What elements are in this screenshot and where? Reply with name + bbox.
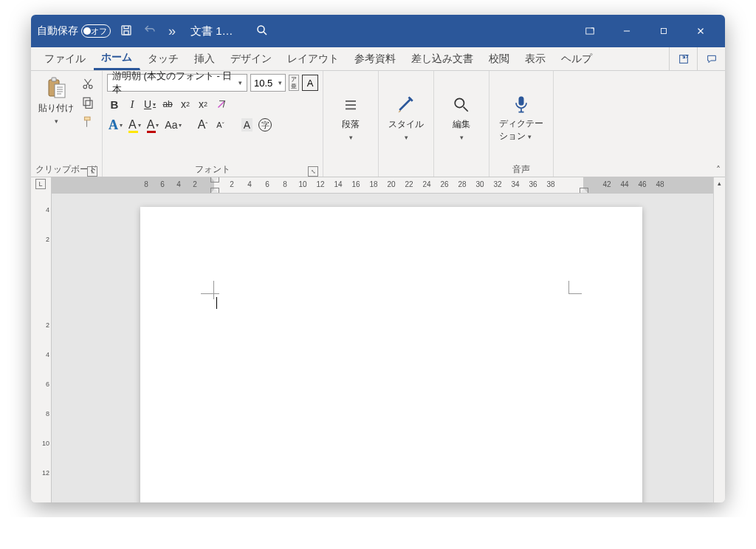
margin-mark-tr [568,281,582,294]
font-color-button[interactable]: A▾ [145,117,161,133]
svg-point-2 [258,26,264,33]
quick-access-toolbar [120,24,157,39]
strikethrough-button[interactable]: ab [160,96,175,112]
page[interactable] [140,207,642,502]
tab-design[interactable]: デザイン [223,47,280,70]
tab-layout[interactable]: レイアウト [280,47,347,70]
qat-overflow-icon[interactable]: » [168,24,176,39]
ribbon: 貼り付け ▾ クリップボード ⤡ [31,71,725,177]
bold-button[interactable]: B [107,96,122,112]
tab-mailings[interactable]: 差し込み文書 [404,47,481,70]
window-controls [571,15,719,47]
svg-rect-11 [86,100,92,109]
ribbon-tabs: ファイル ホーム タッチ 挿入 デザイン レイアウト 参考資料 差し込み文書 校… [31,47,725,71]
autosave[interactable]: 自動保存 オフ [37,24,111,38]
svg-rect-12 [83,98,90,106]
search-icon[interactable] [255,24,269,39]
group-font: 游明朝 (本文のフォント - 日本▾ 10.5▾ ア 亜 A B I [103,71,323,177]
svg-rect-7 [52,78,56,81]
dictation-button[interactable]: ディクテーション ▾ [494,74,549,162]
save-icon[interactable] [120,24,133,39]
autosave-toggle[interactable]: オフ [81,24,111,38]
char-border-button[interactable]: A [302,75,318,91]
chevron-down-icon: ▾ [349,134,353,141]
tab-file[interactable]: ファイル [37,47,94,70]
editing-button[interactable]: 編集 ▾ [439,74,484,162]
tab-touch[interactable]: タッチ [140,47,187,70]
svg-point-13 [455,98,464,107]
tab-help[interactable]: ヘルプ [554,47,600,70]
superscript-button[interactable]: x2 [196,96,210,112]
styles-label: スタイル [388,118,424,131]
close-button[interactable] [682,15,719,47]
editing-label: 編集 [453,118,470,131]
group-clipboard: 貼り付け ▾ クリップボード ⤡ [31,71,103,177]
shrink-font-button[interactable]: Aˇ [213,117,227,133]
group-font-label: フォント [195,163,230,176]
maximize-button[interactable] [645,15,682,47]
vertical-scrollbar[interactable]: ▴ [713,177,725,502]
chevron-down-icon: ▾ [405,134,408,141]
clipboard-launcher-icon[interactable]: ⤡ [87,166,97,177]
format-painter-icon[interactable] [81,115,94,129]
svg-rect-14 [519,96,524,105]
document-title: 文書 1… [190,24,233,38]
ribbon-display-options-icon[interactable] [571,15,608,47]
svg-rect-4 [662,29,667,34]
share-button[interactable] [669,47,697,70]
underline-button[interactable]: U▾ [142,96,157,112]
paste-label: 貼り付け [38,102,74,115]
cut-icon[interactable] [81,77,94,90]
font-name-combo[interactable]: 游明朝 (本文のフォント - 日本▾ [107,74,247,92]
group-styles: スタイル ▾ [379,71,434,177]
paragraph-button[interactable]: 段落 ▾ [328,74,374,162]
tab-review[interactable]: 校閲 [481,47,518,70]
app-window: 自動保存 オフ » 文書 1… [31,15,725,502]
collapse-ribbon-icon[interactable]: ˄ [716,165,721,175]
text-cursor [216,297,217,309]
svg-rect-1 [124,30,128,34]
enclosed-char-button[interactable]: 字 [257,117,273,133]
tab-references[interactable]: 参考資料 [347,47,404,70]
styles-button[interactable]: スタイル ▾ [383,74,429,162]
group-dictation: ディクテーション ▾ 音声 [489,71,554,177]
comments-button[interactable] [697,47,725,70]
tab-selector[interactable]: L [35,179,46,189]
vertical-ruler[interactable]: L 4224681012 [31,177,52,502]
autosave-label: 自動保存 [37,24,78,38]
tab-view[interactable]: 表示 [518,47,554,70]
group-editing: 編集 ▾ [434,71,489,177]
change-case-button[interactable]: Aa▾ [163,117,183,133]
minimize-button[interactable] [608,15,645,47]
subscript-button[interactable]: x2 [178,96,193,112]
font-launcher-icon[interactable]: ⤡ [308,166,318,177]
svg-rect-3 [586,28,594,34]
clear-formatting-button[interactable] [213,96,230,112]
document-area[interactable] [52,194,725,502]
font-size-combo[interactable]: 10.5▾ [250,74,286,92]
chevron-down-icon: ▾ [460,134,464,141]
svg-rect-8 [55,84,65,98]
tab-insert[interactable]: 挿入 [187,47,223,70]
chevron-down-icon: ▾ [528,133,532,140]
highlight-button[interactable]: A▾ [127,117,142,133]
phonetic-guide-button[interactable]: ア 亜 [289,75,299,91]
tab-home[interactable]: ホーム [94,47,140,70]
chevron-down-icon: ▾ [55,117,58,125]
paragraph-label: 段落 [342,118,360,131]
grow-font-button[interactable]: Aˆ [195,117,210,133]
italic-button[interactable]: I [125,96,140,112]
copy-icon[interactable] [81,96,94,109]
paste-button[interactable]: 貼り付け ▾ [35,74,77,126]
group-voice-label: 音声 [512,163,530,176]
undo-icon[interactable] [143,24,157,39]
workspace: 8642246810121416182022242628303234363842… [31,177,725,502]
text-effects-button[interactable]: A▾ [107,117,124,133]
char-shading-button[interactable]: A [239,117,254,133]
group-paragraph: 段落 ▾ [323,71,379,177]
title-bar: 自動保存 オフ » 文書 1… [31,15,725,47]
scroll-up-icon[interactable]: ▴ [714,177,725,189]
margin-mark-tl [201,281,214,294]
